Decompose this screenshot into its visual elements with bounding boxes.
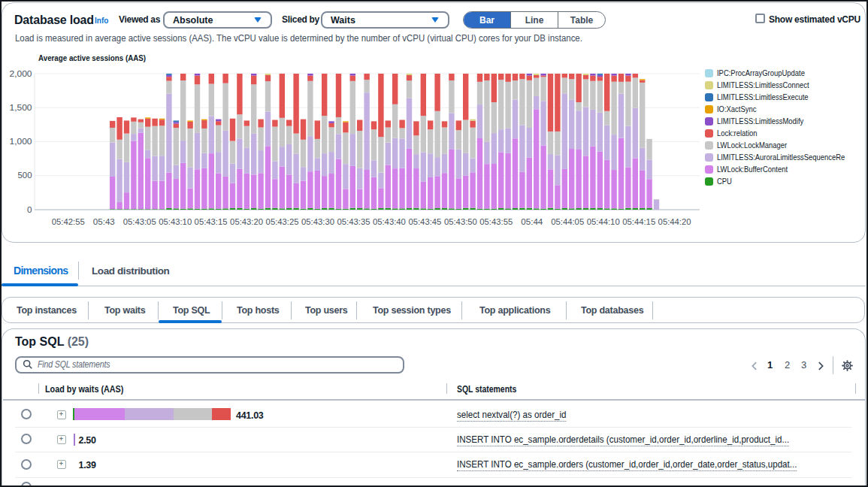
svg-text:05:44:10: 05:44:10 — [587, 217, 620, 226]
svg-text:05:42:55: 05:42:55 — [52, 217, 85, 226]
svg-text:05:44:15: 05:44:15 — [622, 217, 655, 226]
svg-text:05:43:50: 05:43:50 — [444, 217, 477, 226]
svg-text:05:43:35: 05:43:35 — [337, 217, 370, 226]
svg-text:05:44:20: 05:44:20 — [658, 217, 691, 226]
svg-text:05:43:10: 05:43:10 — [159, 217, 192, 226]
svg-text:05:43:40: 05:43:40 — [373, 217, 406, 226]
svg-text:05:43:55: 05:43:55 — [479, 217, 513, 226]
svg-text:05:43:25: 05:43:25 — [266, 217, 299, 226]
svg-text:05:43:05: 05:43:05 — [123, 217, 156, 226]
svg-text:2,000: 2,000 — [10, 69, 32, 78]
svg-text:1,500: 1,500 — [10, 103, 32, 112]
svg-text:05:43:45: 05:43:45 — [408, 217, 441, 226]
svg-text:1,000: 1,000 — [10, 137, 32, 146]
svg-text:05:43:20: 05:43:20 — [230, 217, 263, 226]
svg-text:500: 500 — [18, 171, 32, 180]
svg-text:0: 0 — [27, 205, 32, 214]
svg-text:05:44: 05:44 — [521, 217, 543, 226]
svg-text:05:44:05: 05:44:05 — [551, 217, 584, 226]
svg-text:05:43:30: 05:43:30 — [301, 217, 334, 226]
svg-text:05:43:15: 05:43:15 — [195, 217, 228, 226]
svg-text:05:43: 05:43 — [93, 217, 115, 226]
